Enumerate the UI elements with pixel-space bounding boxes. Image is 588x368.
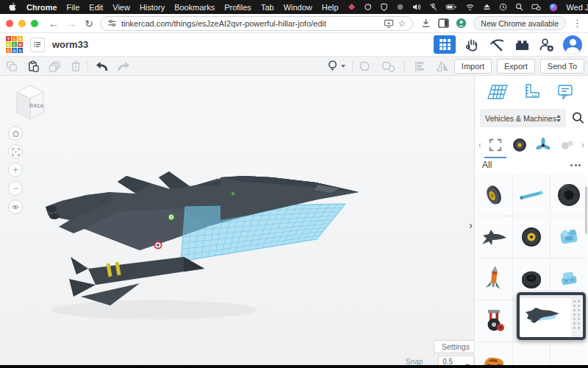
shape-tile-rocket[interactable] — [476, 258, 512, 300]
show-all-bulb-icon[interactable] — [327, 60, 338, 72]
send-to-button[interactable]: Send To — [540, 59, 584, 74]
view-cube[interactable]: BACK — [10, 82, 50, 124]
shelf-item-all[interactable] — [484, 135, 507, 155]
back-icon[interactable]: ← — [47, 18, 60, 29]
design-menu-button[interactable] — [30, 38, 45, 52]
eject-icon[interactable] — [483, 3, 491, 11]
forward-icon[interactable]: → — [65, 18, 78, 29]
search-shapes-button[interactable] — [570, 110, 586, 126]
bookmark-star-icon[interactable]: ☆ — [398, 18, 406, 29]
menubar-item-view[interactable]: View — [112, 3, 130, 12]
shelf-item-propeller[interactable] — [532, 135, 556, 155]
notes-tool-button[interactable] — [551, 80, 579, 104]
zoom-in-button[interactable]: + — [8, 163, 23, 177]
menubar-item-profiles[interactable]: Profiles — [224, 3, 251, 12]
paste-icon[interactable] — [27, 60, 39, 72]
workplane-tool-button[interactable] — [484, 80, 512, 104]
tab-codeblocks[interactable] — [488, 36, 506, 54]
panel-scrollbar[interactable] — [585, 186, 587, 234]
ruler-tool-button[interactable] — [517, 80, 545, 104]
apple-icon[interactable] — [9, 3, 17, 12]
shield-icon[interactable] — [380, 3, 388, 11]
shape-tile-tire-yellow-hub[interactable] — [513, 216, 550, 258]
tab-circuits[interactable] — [463, 36, 481, 54]
battery-icon[interactable] — [445, 3, 457, 11]
import-button[interactable]: Import — [454, 59, 492, 74]
display-icon[interactable] — [531, 3, 541, 11]
shape-tile-empty[interactable] — [513, 342, 550, 368]
align-icon[interactable] — [414, 60, 426, 72]
address-bar[interactable]: tinkercad.com/things/esJzeAI2qvr-powerfu… — [100, 16, 413, 31]
downloads-icon[interactable] — [420, 18, 431, 29]
copy-icon[interactable] — [6, 60, 18, 72]
side-panel-icon[interactable] — [438, 18, 449, 28]
menubar-item-bookmarks[interactable]: Bookmarks — [174, 3, 215, 12]
mic-off-icon[interactable] — [429, 3, 437, 11]
shape-tile-wheel-tilted[interactable] — [476, 174, 512, 216]
reload-icon[interactable]: ↻ — [82, 18, 96, 29]
chrome-update-badge[interactable]: New Chrome available — [473, 16, 566, 30]
ungroup-icon[interactable] — [382, 60, 395, 72]
shape-tile-caster-wheel[interactable] — [476, 300, 512, 342]
shape-tile-car-orange[interactable] — [476, 342, 512, 368]
workplane[interactable] — [181, 204, 345, 261]
group-icon[interactable] — [359, 60, 372, 72]
chrome-menu-icon[interactable]: ⋮ — [573, 18, 582, 29]
undo-icon[interactable] — [95, 61, 108, 71]
overflow-menu-icon[interactable] — [570, 164, 581, 166]
volume-icon[interactable] — [412, 3, 421, 11]
shelf-next-icon[interactable]: › — [579, 140, 587, 150]
siri-icon[interactable] — [549, 3, 558, 12]
screenshot-preview-thumbnail[interactable] — [517, 292, 586, 340]
clock-icon[interactable] — [499, 3, 507, 11]
duplicate-icon[interactable] — [49, 60, 61, 72]
zoom-window-button[interactable] — [31, 20, 38, 27]
shape-tile-axle-rod[interactable] — [513, 174, 550, 216]
shelf-item-wheel[interactable] — [508, 135, 531, 155]
shelf-prev-icon[interactable]: ‹ — [476, 140, 484, 150]
redo-icon[interactable] — [118, 61, 131, 71]
send-to-device-icon[interactable] — [384, 19, 394, 28]
profile-avatar-icon[interactable] — [456, 18, 467, 29]
close-window-button[interactable] — [6, 20, 13, 27]
shelf-item-parts[interactable] — [556, 135, 579, 155]
zoom-out-button[interactable]: − — [8, 181, 23, 196]
tinkercad-logo[interactable]: T I N K E R C A D — [6, 36, 23, 53]
record-icon[interactable] — [396, 3, 404, 11]
missile-pod[interactable] — [69, 257, 204, 305]
menubar-item-edit[interactable]: Edit — [89, 3, 103, 12]
design-title[interactable]: worm33 — [52, 39, 88, 50]
viewport-3d[interactable]: BACK + − Settings Snap Grid 0.5 mm — [0, 76, 474, 368]
perspective-button[interactable] — [8, 199, 23, 214]
url-text[interactable]: tinkercad.com/things/esJzeAI2qvr-powerfu… — [121, 19, 379, 28]
account-avatar[interactable] — [563, 35, 582, 54]
home-view-button[interactable] — [8, 126, 23, 141]
shape-tile-empty[interactable] — [551, 342, 587, 368]
shape-tile-tire-large[interactable] — [551, 174, 587, 216]
export-button[interactable]: Export — [497, 59, 535, 74]
shape-tile-engine-part-blue[interactable] — [551, 216, 587, 258]
invite-button[interactable] — [538, 36, 556, 54]
category-dropdown[interactable]: Vehicles & Machines — [480, 109, 566, 127]
view-cube-label[interactable]: BACK — [29, 102, 45, 108]
delete-icon[interactable] — [71, 60, 81, 72]
menubar-clock[interactable]: Wed Jan 31 5:06 PM — [566, 3, 588, 12]
refresh-icon[interactable] — [364, 3, 372, 11]
shape-tile-jet-part[interactable] — [476, 216, 512, 258]
menubar-item-tab[interactable]: Tab — [261, 3, 274, 12]
mirror-icon[interactable] — [436, 60, 449, 72]
menubar-item-file[interactable]: File — [67, 3, 80, 12]
passwords-icon[interactable] — [348, 3, 356, 11]
menubar-item-window[interactable]: Window — [284, 3, 312, 12]
tab-bricks[interactable] — [513, 36, 531, 54]
bulb-dropdown-caret[interactable] — [341, 65, 345, 68]
menubar-item-help[interactable]: Help — [322, 3, 339, 12]
spotlight-icon[interactable] — [515, 3, 523, 11]
settings-button[interactable]: Settings — [434, 340, 474, 353]
menubar-item-chrome[interactable]: Chrome — [26, 3, 57, 12]
menubar-item-history[interactable]: History — [140, 3, 165, 12]
wifi-icon[interactable] — [465, 3, 475, 11]
fit-view-button[interactable] — [8, 144, 23, 159]
minimize-window-button[interactable] — [18, 20, 26, 27]
tab-3d-design[interactable] — [434, 35, 456, 54]
